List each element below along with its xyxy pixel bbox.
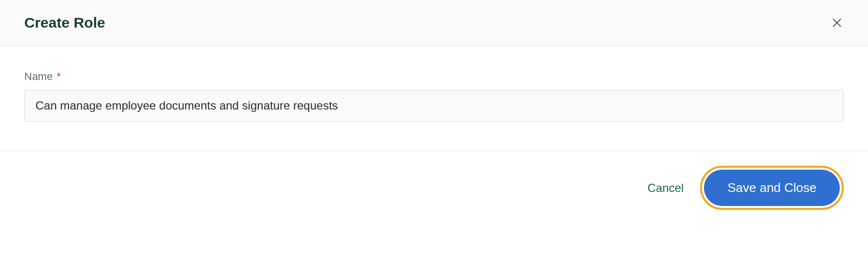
modal-body: Name *: [0, 46, 868, 151]
modal-footer: Cancel Save and Close: [0, 151, 868, 224]
cancel-button[interactable]: Cancel: [643, 175, 689, 201]
name-field-label: Name *: [24, 70, 844, 83]
name-label-text: Name: [24, 70, 53, 82]
save-button-highlight: Save and Close: [700, 166, 844, 210]
close-icon[interactable]: [830, 16, 844, 30]
save-and-close-button[interactable]: Save and Close: [704, 170, 840, 206]
name-input[interactable]: [24, 90, 844, 122]
required-asterisk: *: [57, 70, 61, 82]
modal-title: Create Role: [24, 15, 105, 31]
modal-header: Create Role: [0, 0, 868, 46]
